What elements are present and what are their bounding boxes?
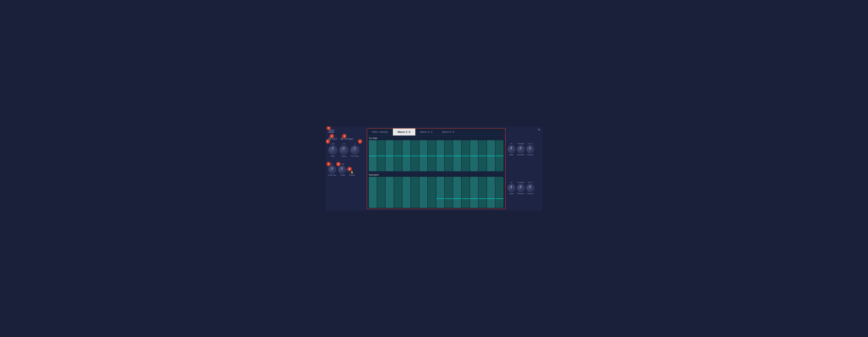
seq-row-saturation: Saturation [367, 172, 505, 209]
root-key-section: 7 C Root Key 8 Off ▾ Scale 9 [329, 163, 364, 176]
swing-knob[interactable] [339, 145, 348, 155]
seq-cell[interactable] [420, 140, 427, 171]
direction-2-knob[interactable] [517, 184, 525, 192]
badge-3: 3 [342, 134, 346, 138]
badge-2: 2 [330, 134, 334, 138]
direction-2-value: Forward [517, 181, 524, 184]
left-panel: 1 2 Latch 3 Retrigger [326, 127, 367, 211]
scale-label: Scale [340, 174, 345, 176]
seq-cell[interactable] [411, 140, 419, 171]
steps-1-knob[interactable] [507, 145, 515, 153]
direction-1-value: Forward [517, 143, 524, 145]
swing-value: 0 % [342, 143, 345, 145]
direction-group-1: Forward Direction [517, 143, 525, 156]
seq-cell[interactable] [478, 177, 486, 208]
center-panel: Pitch / Velocity Macro 1 / 2 Macro 3 / 4… [367, 128, 505, 209]
seq-grid-1 [369, 140, 503, 171]
seq-cell[interactable] [462, 177, 470, 208]
amount-1-value: 0.0 % [528, 143, 532, 145]
seq-cell[interactable] [377, 140, 385, 171]
divider-1 [329, 160, 364, 160]
steps-2-value: 16 [510, 181, 512, 184]
seq-cell[interactable] [487, 177, 495, 208]
seq-cell[interactable] [369, 177, 377, 208]
seq-cell[interactable] [394, 177, 402, 208]
amount-group-2: 0.0 % Amount [526, 181, 534, 195]
amount-2-knob[interactable] [526, 184, 534, 192]
first-step-value: 1 [354, 143, 355, 145]
seq-cell[interactable]: 10 [495, 177, 503, 208]
amount-1-knob[interactable] [526, 145, 534, 153]
steps-1-label: Steps [509, 154, 514, 156]
badge-8: 8 [336, 162, 341, 166]
root-key-group: 7 C Root Key [329, 163, 336, 176]
seq-cell[interactable] [411, 177, 419, 208]
seq-cell[interactable] [420, 177, 427, 208]
tab-macro-1-2[interactable]: Macro 1 / 2 [393, 129, 415, 136]
steps-group-1: 16 Steps [507, 143, 515, 156]
swing-label: Swing [341, 155, 346, 157]
seq-cell[interactable] [428, 177, 436, 208]
global-group: 9 🔒 Global [349, 168, 355, 176]
direction-1-label: Direction [517, 154, 525, 156]
seq-cell[interactable] [436, 140, 444, 171]
badge-1: 1 [326, 127, 331, 130]
seq-cell[interactable] [428, 140, 436, 171]
seq-cell[interactable] [394, 140, 402, 171]
menu-icon[interactable] [329, 130, 334, 134]
seq-cell[interactable] [402, 140, 410, 171]
badge-4: 4 [358, 139, 362, 144]
rate-swing-section: 5 1/16 Rate 0 % Swing 4 1 First Step [329, 143, 364, 157]
amount-2-value: 0.0 % [528, 181, 532, 184]
rate-label: Rate [331, 155, 335, 157]
seq-cell[interactable] [462, 140, 470, 171]
tab-pitch-velocity[interactable]: Pitch / Velocity [367, 129, 393, 136]
rate-value: 1/16 [331, 143, 335, 145]
close-button[interactable]: ✕ [537, 128, 540, 132]
tabs-bar: Pitch / Velocity Macro 1 / 2 Macro 3 / 4… [367, 129, 505, 136]
lock-icon[interactable]: 🔒 [350, 171, 353, 173]
seq-cell[interactable] [385, 177, 394, 208]
seq-cell[interactable] [470, 177, 478, 208]
root-key-value: C [332, 163, 333, 165]
right-panel: 16 Steps Forward Direction 0.0 % Amount [505, 127, 542, 211]
seq-cell[interactable] [369, 140, 377, 171]
seq-cell[interactable] [445, 177, 453, 208]
seq-cell[interactable] [495, 140, 503, 171]
seq-cell[interactable] [453, 140, 461, 171]
seq-cell[interactable] [470, 140, 478, 171]
scale-dropdown-arrow[interactable]: ▾ [346, 169, 347, 171]
seq-cell[interactable] [377, 177, 385, 208]
swing-group: 0 % Swing [339, 143, 348, 157]
global-label: Global [349, 174, 355, 176]
seq-cell[interactable] [385, 140, 394, 171]
steps-group-2: 16 Steps [507, 181, 515, 195]
rate-knob[interactable] [329, 145, 337, 155]
right-knob-row-1: 16 Steps Forward Direction 0.0 % Amount [507, 143, 540, 156]
tab-macro-5-6[interactable]: Macro 5 / 6 [437, 129, 459, 136]
scale-value: Off [341, 163, 344, 165]
seq-title-saturation: Saturation [369, 173, 503, 176]
right-section-1: 16 Steps Forward Direction 0.0 % Amount [507, 143, 540, 156]
steps-2-knob[interactable] [507, 184, 515, 192]
seq-cell[interactable] [487, 140, 495, 171]
amount-group-1: 0.0 % Amount [526, 143, 534, 156]
badge-9: 9 [347, 167, 352, 171]
seq-cell[interactable] [478, 140, 486, 171]
direction-1-knob[interactable] [517, 145, 525, 153]
seq-row-cry-wah: Cry Wah [367, 136, 505, 172]
amount-1-label: Amount [527, 154, 533, 156]
first-step-knob[interactable] [350, 145, 360, 155]
seq-cell[interactable] [445, 140, 453, 171]
knob-row-1: 5 1/16 Rate 0 % Swing 4 1 First Step [329, 143, 364, 157]
seq-cell[interactable] [402, 177, 410, 208]
seq-cell[interactable] [453, 177, 461, 208]
badge-5: 5 [326, 139, 330, 144]
badge-7: 7 [326, 162, 331, 166]
scale-knob[interactable] [338, 166, 346, 173]
tab-macro-3-4[interactable]: Macro 3 / 4 [415, 129, 437, 136]
main-container: 1 2 Latch 3 Retrigger [326, 127, 542, 211]
seq-cell[interactable] [436, 177, 444, 208]
root-key-knob[interactable] [329, 166, 336, 173]
seq-grid-2: 10 [369, 177, 503, 208]
